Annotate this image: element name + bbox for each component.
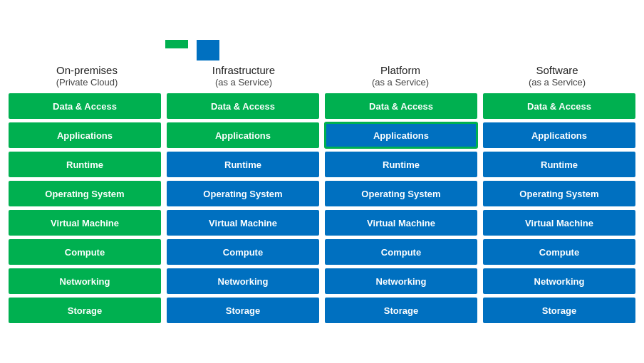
cell-iaas-4: Virtual Machine — [167, 210, 319, 236]
column-saas: Data & AccessApplicationsRuntimeOperatin… — [483, 93, 635, 323]
cell-on-premises-7: Storage — [9, 298, 161, 323]
legend-section — [9, 40, 635, 60]
cell-iaas-7: Storage — [167, 298, 319, 323]
cell-iaas-0: Data & Access — [167, 93, 319, 119]
cloud-manages-badge — [197, 40, 219, 60]
main-container: On-premises(Private Cloud)Infrastructure… — [9, 33, 635, 330]
cell-saas-1: Applications — [483, 122, 635, 148]
cell-iaas-5: Compute — [167, 239, 319, 265]
cell-paas-7: Storage — [325, 298, 477, 323]
cell-paas-4: Virtual Machine — [325, 210, 477, 236]
you-manage-badge — [165, 40, 188, 48]
cell-paas-1: Applications — [325, 122, 477, 148]
column-headers: On-premises(Private Cloud)Infrastructure… — [9, 63, 635, 89]
cell-iaas-1: Applications — [167, 122, 319, 148]
cell-on-premises-5: Compute — [9, 239, 161, 265]
col-header-iaas: Infrastructure(as a Service) — [165, 63, 322, 89]
cell-saas-3: Operating System — [483, 181, 635, 206]
col-header-on-premises: On-premises(Private Cloud) — [9, 63, 165, 89]
cell-saas-2: Runtime — [483, 152, 635, 177]
cell-saas-7: Storage — [483, 298, 635, 323]
cell-paas-2: Runtime — [325, 152, 477, 177]
cell-iaas-2: Runtime — [167, 152, 319, 177]
grid: Data & AccessApplicationsRuntimeOperatin… — [9, 93, 635, 323]
column-on-premises: Data & AccessApplicationsRuntimeOperatin… — [9, 93, 161, 323]
cell-iaas-6: Networking — [167, 268, 319, 294]
legend-area — [165, 40, 635, 60]
cell-on-premises-0: Data & Access — [9, 93, 161, 119]
cell-on-premises-4: Virtual Machine — [9, 210, 161, 236]
cell-saas-0: Data & Access — [483, 93, 635, 119]
cell-paas-6: Networking — [325, 268, 477, 294]
cell-on-premises-2: Runtime — [9, 152, 161, 177]
cell-paas-3: Operating System — [325, 181, 477, 206]
column-iaas: Data & AccessApplicationsRuntimeOperatin… — [167, 93, 319, 323]
cell-saas-4: Virtual Machine — [483, 210, 635, 236]
col-header-saas: Software(as a Service) — [479, 63, 635, 89]
cell-saas-5: Compute — [483, 239, 635, 265]
cell-on-premises-1: Applications — [9, 122, 161, 148]
cell-paas-5: Compute — [325, 239, 477, 265]
cell-on-premises-3: Operating System — [9, 181, 161, 206]
cell-paas-0: Data & Access — [325, 93, 477, 119]
col-header-paas: Platform(as a Service) — [322, 63, 479, 89]
column-paas: Data & AccessApplicationsRuntimeOperatin… — [325, 93, 477, 323]
cell-iaas-3: Operating System — [167, 181, 319, 206]
cell-on-premises-6: Networking — [9, 268, 161, 294]
cell-saas-6: Networking — [483, 268, 635, 294]
